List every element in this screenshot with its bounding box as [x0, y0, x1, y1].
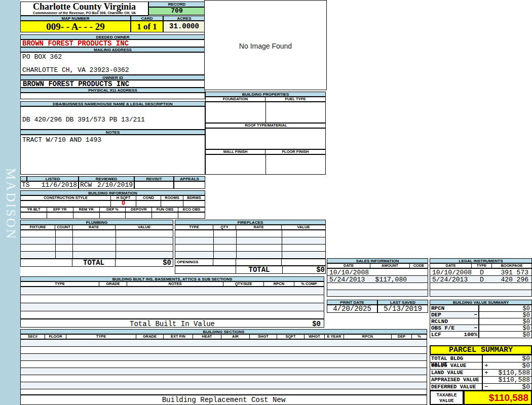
- openings-label: OPENINGS: [175, 259, 213, 265]
- photo-panel: No Image Found: [204, 0, 327, 90]
- physical-address-value[interactable]: [20, 93, 205, 99]
- last-saved-value[interactable]: 5/13/2019: [377, 305, 428, 313]
- bvs-value[interactable]: $0: [479, 312, 531, 318]
- building-sections-rows[interactable]: [20, 339, 427, 395]
- col-fixture: FIXTURE: [21, 225, 55, 229]
- openings-qty[interactable]: [213, 259, 236, 265]
- plumbing-total-label: TOTAL: [72, 259, 116, 266]
- record-value[interactable]: 709: [148, 7, 205, 15]
- taxable-value[interactable]: $110,588: [464, 390, 532, 405]
- col-wall-finish: WALL FINISH: [206, 150, 265, 154]
- ps-value[interactable]: $0: [522, 362, 530, 370]
- ps-label: TOTAL BLDG VALUE: [430, 355, 483, 362]
- col-count: COUNT: [55, 225, 72, 229]
- openings-rate[interactable]: [236, 259, 282, 265]
- acres-value[interactable]: 31.0000: [163, 21, 205, 32]
- ps-value[interactable]: $110,588: [499, 369, 530, 377]
- col-rate: RATE: [72, 225, 116, 229]
- eco-obs-value[interactable]: [178, 213, 205, 218]
- hsqft-value[interactable]: 0: [111, 201, 136, 207]
- bvs-op: −: [474, 312, 477, 318]
- plumbing-total-spacer: [21, 259, 72, 266]
- mailing-address-box[interactable]: PO BOX 362 CHARLOTTE CH, VA 23923-0362: [20, 52, 205, 75]
- bvs-value[interactable]: $0: [479, 325, 531, 331]
- yr-blt-value[interactable]: [21, 213, 47, 218]
- building-information-header: BUILDING INFORMATION: [20, 190, 205, 195]
- owner-id-value[interactable]: BROWN FOREST PRODUCTS INC: [20, 80, 205, 88]
- ps-row: APPRAISED VALUE $110,588: [430, 376, 532, 383]
- legal-rows[interactable]: 10/10/2008 D 391 573 5/24/2013 D 420 296: [430, 268, 532, 297]
- bvs-value[interactable]: $0: [479, 332, 531, 338]
- col-eff-yr: EFF YR: [47, 208, 73, 212]
- col-fun-obs: FUN OBS: [152, 208, 178, 212]
- listed-label: LISTED: [27, 176, 79, 181]
- bvs-value[interactable]: $0: [479, 305, 531, 311]
- sales-rows[interactable]: 10/10/2008 5/24/2013 $117,080: [327, 268, 428, 297]
- rem-yr-value[interactable]: [73, 213, 100, 218]
- last-saved-label: LAST SAVED: [377, 300, 428, 305]
- col-li-type: TYPE: [472, 264, 492, 268]
- bvs-value[interactable]: $0: [479, 318, 531, 325]
- fireplaces-columns: TYPE QTY RATE VALUE: [175, 225, 326, 230]
- mailing-address-label: MAILING ADDRESS: [20, 47, 205, 52]
- print-date-value[interactable]: 4/20/2025: [327, 305, 377, 313]
- ps-value[interactable]: $0: [522, 355, 530, 362]
- listed-value[interactable]: TS 11/6/2018: [20, 181, 79, 189]
- built-ins-rows[interactable]: [20, 287, 324, 319]
- col-construction-style: CONSTRUCTION STYLE: [21, 196, 111, 200]
- building-properties-header: BUILDING PROPERTIES: [205, 92, 326, 97]
- roof-type-values[interactable]: [205, 128, 326, 149]
- bdrms-value[interactable]: [183, 201, 205, 207]
- openings-value[interactable]: [282, 259, 325, 265]
- fireplaces-openings-row: OPENINGS: [175, 259, 326, 266]
- bvs-row: LCF100% $0: [430, 331, 532, 338]
- col-fuel-type: FUEL TYPE: [265, 97, 325, 101]
- wall-floor-values[interactable]: [205, 154, 326, 175]
- col-fp-rate: RATE: [236, 225, 282, 229]
- no-image-text: No Image Found: [205, 42, 326, 50]
- ps-op: −: [484, 383, 488, 391]
- col-sale-date: DATE: [327, 264, 370, 268]
- col-bs-grade: GRADE: [136, 335, 164, 339]
- fun-obs-value[interactable]: [152, 213, 178, 218]
- reviewed-value[interactable]: RCW 2/10/2019: [79, 181, 134, 189]
- ps-value[interactable]: $0: [522, 383, 530, 391]
- plumbing-total-value: $0: [116, 259, 173, 266]
- col-hsqft: H SQFT: [111, 196, 136, 200]
- cond-value[interactable]: [136, 201, 161, 207]
- sale-date-2: 5/24/2013: [329, 276, 365, 284]
- building-info-values-2: [20, 212, 205, 219]
- col-heat: HEAT: [193, 335, 221, 339]
- map-number-value[interactable]: 009- - A- - - 29: [20, 21, 131, 32]
- dep-pct-value[interactable]: [100, 213, 126, 218]
- ps-label: APPRAISED VALUE: [430, 377, 483, 383]
- construction-style-value[interactable]: [21, 201, 111, 207]
- reviewed-label: REVIEWED: [79, 176, 134, 181]
- card-value[interactable]: 1 of 1: [131, 21, 163, 32]
- notes-value[interactable]: TRACT W/710 AND 1493: [20, 135, 205, 175]
- parcel-summary-header: PARCEL SUMMARY: [430, 345, 532, 355]
- bvs-row: DEP− $0: [430, 311, 532, 318]
- dba-value[interactable]: DB 420/296 DB 391/573 PB 13/211: [20, 106, 205, 130]
- deeded-owner-value[interactable]: BROWN FOREST PRODUCTS INC: [20, 39, 205, 47]
- legal-instruments-header: LEGAL INSTRUMENTS: [430, 258, 532, 263]
- revisit-value[interactable]: [134, 181, 174, 189]
- fireplaces-rows[interactable]: [175, 230, 326, 259]
- plumbing-rows[interactable]: [20, 230, 173, 259]
- eff-yr-value[interactable]: [47, 213, 73, 218]
- col-whgt: WHGT: [305, 335, 325, 339]
- depovr-value[interactable]: [126, 213, 152, 218]
- taxable-label-line1: TAXABLE: [431, 391, 463, 398]
- li-type-2: D: [472, 276, 492, 284]
- li-book-1: 391 573: [492, 269, 528, 276]
- col-dep-pct: DEP %: [100, 208, 126, 212]
- page-title: Charlotte County Virginia: [21, 2, 148, 11]
- rooms-value[interactable]: [161, 201, 183, 207]
- appeals-value[interactable]: [174, 181, 205, 189]
- deeded-owner-label: DEEDED OWNER: [20, 34, 205, 39]
- bvs-label: DEP: [431, 312, 441, 318]
- foundation-fuel-values[interactable]: [205, 102, 326, 123]
- col-li-date: DATE: [430, 264, 472, 268]
- plumbing-header: PLUMBING: [20, 220, 173, 225]
- col-floor: FLOOR: [45, 335, 66, 339]
